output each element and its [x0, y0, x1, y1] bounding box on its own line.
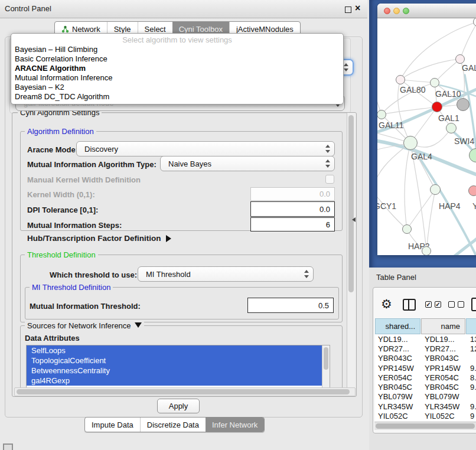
algorithm-option-dream8-dc-tdc-algorithm[interactable]: Dream8 DC_TDC Algorithm [11, 92, 343, 102]
network-view-window[interactable]: GAL7GAL80GAL10GAL1GAL11SWI4GAL4HAP4YGCY1… [377, 4, 476, 255]
table-row[interactable]: YBR043CYBR043C [375, 354, 476, 363]
float-window-icon[interactable] [345, 6, 351, 13]
algorithm-option-bayesian-hill-climbing[interactable]: Bayesian – Hill Climbing [11, 45, 343, 54]
table-cell: YPR145W [375, 364, 422, 373]
node-gal80[interactable] [396, 75, 405, 84]
manual-kernel-checkbox[interactable] [325, 175, 334, 184]
attribute-item-topologicalcoefficient[interactable]: TopologicalCoefficient [27, 356, 326, 366]
manual-kernel-label: Manual Kernel Width Definition [27, 175, 141, 184]
expand-right-icon [166, 235, 171, 242]
split-view-icon[interactable] [403, 299, 416, 311]
select-all-checkbox-icon[interactable]: ✓ [435, 301, 441, 308]
zoom-traffic-light[interactable] [403, 8, 409, 14]
network-desktop: GAL7GAL80GAL10GAL1GAL11SWI4GAL4HAP4YGCY1… [369, 0, 476, 268]
mi-type-label: Mutual Information Algorithm Type: [27, 160, 157, 169]
node-label-gal80: GAL80 [400, 85, 426, 94]
which-threshold-combobox[interactable]: MI Threshold [138, 266, 314, 282]
table-cell: YDR27... [422, 344, 468, 353]
minimize-traffic-light[interactable] [393, 8, 400, 14]
settings-vertical-scrollbar[interactable] [347, 113, 356, 395]
deselect-checkbox-icon[interactable] [448, 301, 455, 308]
node-gal4[interactable] [403, 136, 418, 150]
dpi-tolerance-input[interactable]: 0.0 [250, 201, 335, 217]
tab-impute-data[interactable]: Impute Data [85, 418, 140, 432]
table-cell: 9. [468, 364, 476, 373]
sources-toggle[interactable]: Sources for Network Inference [25, 321, 144, 330]
data-attributes-list[interactable]: SelfLoopsTopologicalCoefficientBetweenne… [26, 345, 330, 389]
table-row[interactable]: YPR145WYPR145W9. [375, 363, 476, 373]
node-gal7[interactable] [455, 54, 465, 64]
scrollbar-thumb[interactable] [324, 347, 328, 370]
scrollbar-thumb[interactable] [348, 115, 354, 292]
select-all-checkbox-icon[interactable]: ✓ [425, 301, 432, 308]
table-row[interactable]: YBR045CYBR045C9. [375, 382, 476, 392]
node-hap2[interactable] [402, 224, 412, 234]
table-cell: YLR345W [422, 402, 468, 411]
mi-threshold-input[interactable]: 0.5 [247, 298, 334, 313]
node-gal1[interactable] [432, 102, 442, 112]
table-cell: 8. [468, 373, 476, 382]
dock-panel-icon[interactable] [3, 444, 13, 450]
table-cell: YBR045C [375, 383, 422, 392]
mi-type-combobox[interactable]: Naive Bayes [160, 156, 335, 171]
list-vertical-scrollbar[interactable] [322, 345, 330, 388]
table-cell: YER054C [422, 373, 468, 382]
node-hap4[interactable] [430, 184, 441, 195]
settings-gear-icon[interactable]: ⚙ [381, 297, 392, 311]
attribute-item-gal4rgexp[interactable]: gal4RGexp [27, 376, 326, 386]
deselect-checkbox-icon[interactable] [458, 301, 464, 308]
aracne-mode-combobox[interactable]: Discovery [76, 141, 335, 156]
tab-infer-network[interactable]: Infer Network [206, 418, 264, 432]
table-document-icon[interactable] [471, 298, 476, 311]
threshold-definition-title: Threshold Definition [25, 250, 98, 259]
hub-definition-toggle[interactable]: Hub/Transcription Factor Definition [27, 234, 171, 243]
node-label-gal1: GAL1 [438, 113, 459, 123]
algorithm-option-bayesian-k2[interactable]: Bayesian – K2 [11, 83, 343, 92]
node-node-bottom[interactable] [422, 246, 431, 255]
table-row[interactable]: YDL19...YDL19...13 [375, 334, 476, 344]
bottom-tabs: Impute DataDiscretize DataInfer Network [84, 417, 265, 432]
settings-horizontal-scrollbar[interactable] [14, 387, 356, 396]
tab-label: jActiveMNodules [236, 25, 294, 34]
table-row[interactable]: YIL052CYIL052C9 [375, 411, 476, 420]
node-gal10[interactable] [430, 78, 439, 87]
node-label-swi4: SWI4 [454, 136, 474, 146]
table-cell: YBR043C [375, 354, 422, 363]
algorithm-option-aracne-algorithm[interactable]: ARACNE Algorithm [11, 64, 343, 73]
attribute-item-selfloops[interactable]: SelfLoops [27, 345, 326, 356]
algorithm-option-basic-correlation-inference[interactable]: Basic Correlation Inference [11, 54, 343, 64]
tab-discretize-data[interactable]: Discretize Data [140, 418, 206, 432]
tab-label: Style [114, 25, 131, 34]
algorithm-definition-title: Algorithm Definition [25, 127, 96, 136]
kernel-width-input[interactable]: 0.0 [250, 187, 335, 201]
network-canvas[interactable]: GAL7GAL80GAL10GAL1GAL11SWI4GAL4HAP4YGCY1… [377, 18, 476, 255]
table-row[interactable]: YLR345WYLR345W9. [375, 402, 476, 411]
column-header-name[interactable]: name [421, 318, 465, 334]
network-icon [61, 25, 69, 33]
scrollbar-thumb[interactable] [376, 423, 475, 429]
node-swi4[interactable] [446, 123, 457, 133]
node-node-pink-right[interactable] [468, 185, 476, 196]
scrollbar-thumb[interactable] [17, 389, 350, 394]
close-traffic-light[interactable] [384, 8, 390, 14]
node-node-gray[interactable] [457, 98, 470, 111]
network-window-titlebar[interactable] [377, 4, 476, 18]
table-row[interactable]: YER054CYER054C8. [375, 373, 476, 382]
table-cell: YBL079W [375, 392, 422, 401]
algorithm-option-mutual-information-inference[interactable]: Mutual Information Inference [11, 73, 343, 83]
data-attributes-label: Data Attributes [25, 334, 80, 343]
table-horizontal-scrollbar[interactable] [374, 422, 476, 430]
apply-button[interactable]: Apply [157, 399, 200, 413]
column-header-shared-[interactable]: shared... [375, 318, 420, 334]
close-panel-icon[interactable]: × [355, 3, 360, 14]
splitter-collapse-icon[interactable] [352, 217, 356, 222]
column-header-cut[interactable] [466, 318, 476, 334]
app-root: Control Panel × NetworkStyleSelectCyni T… [0, 0, 476, 450]
attribute-item-betweennesscentrality[interactable]: BetweennessCentrality [27, 366, 326, 376]
dpi-tolerance-label: DPI Tolerance [0,1]: [27, 206, 98, 214]
mi-steps-label: Mutual Information Steps: [27, 221, 122, 230]
table-row[interactable]: YBL079WYBL079W [375, 392, 476, 402]
table-row[interactable]: YDR27...YDR27...12 [375, 344, 476, 353]
table-cell: YDL19... [422, 335, 468, 344]
mi-steps-input[interactable]: 6 [250, 217, 335, 231]
